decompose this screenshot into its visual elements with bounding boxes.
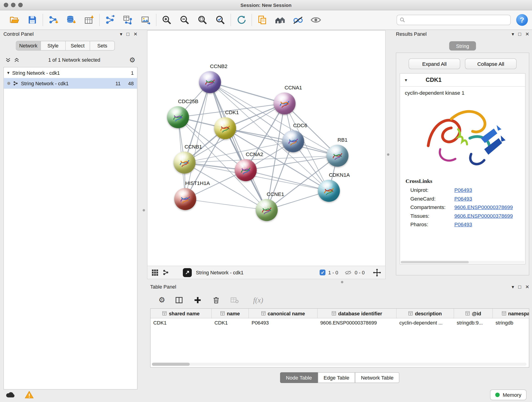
crosslink-value-link[interactable]: P06493: [454, 196, 472, 202]
show-columns-icon[interactable]: [174, 295, 184, 305]
network-node-hist1h1a[interactable]: [174, 188, 196, 210]
control-panel-title: Control Panel: [3, 32, 34, 37]
column-header-database-identifier[interactable]: database identifier: [317, 309, 397, 318]
crosslink-value-link[interactable]: P06493: [454, 187, 472, 193]
network-collection-row[interactable]: ▾ String Network - cdk1 1: [4, 67, 137, 78]
network-overview-icon[interactable]: [163, 269, 169, 276]
network-node-ccna2[interactable]: [235, 159, 257, 181]
table-cell: 9606.ENSP00000378699: [317, 318, 397, 328]
table-settings-gear-icon[interactable]: ⚙: [158, 296, 165, 305]
tab-edge-table[interactable]: Edge Table: [318, 372, 355, 383]
import-network-file-icon[interactable]: [47, 14, 60, 26]
expand-all-icon[interactable]: [6, 57, 11, 63]
column-header-description[interactable]: description: [397, 309, 454, 318]
crosslink-value-link[interactable]: 9606.ENSP00000378699: [454, 213, 513, 219]
zoom-fit-icon[interactable]: [196, 14, 209, 26]
tab-string[interactable]: String: [449, 41, 476, 51]
tab-sets[interactable]: Sets: [90, 41, 114, 50]
column-header-name[interactable]: name: [212, 309, 249, 318]
network-view: CCNB2CCNA1CDC25BCDK1CDC6RB1CCNB1CCNA2CDK…: [147, 30, 386, 279]
maximize-icon[interactable]: □: [127, 32, 129, 37]
zoom-out-icon[interactable]: [178, 14, 191, 26]
help-button[interactable]: ?: [516, 14, 528, 26]
detach-view-icon[interactable]: [183, 268, 192, 277]
network-node-ccne1[interactable]: [256, 199, 278, 221]
network-node-cdc25b[interactable]: [167, 106, 189, 128]
network-row[interactable]: String Network - cdk1 11 48: [4, 78, 137, 89]
expand-all-button[interactable]: Expand All: [409, 58, 460, 69]
import-network-database-icon[interactable]: [65, 14, 77, 26]
open-session-icon[interactable]: [8, 14, 21, 26]
tab-style[interactable]: Style: [41, 41, 65, 50]
zoom-in-icon[interactable]: [161, 14, 173, 26]
network-canvas[interactable]: CCNB2CCNA1CDC25BCDK1CDC6RB1CCNB1CCNA2CDK…: [147, 31, 385, 266]
network-node-cdkn1a[interactable]: [318, 180, 340, 202]
table-row[interactable]: CDK1CDK1P064939606.ENSP00000378699cyclin…: [151, 318, 529, 328]
table-horizontal-scrollbar[interactable]: [152, 363, 526, 366]
crosslink-value-link[interactable]: 9606.ENSP00000378699: [454, 204, 513, 210]
column-header--id[interactable]: @id: [454, 309, 493, 318]
zoom-window-button[interactable]: [18, 3, 23, 7]
selected-checkbox-icon[interactable]: [320, 269, 326, 275]
minimize-window-button[interactable]: [11, 3, 16, 7]
collapse-all-button[interactable]: Collapse All: [465, 58, 517, 69]
maximize-icon[interactable]: □: [518, 284, 521, 289]
copy-document-icon[interactable]: [256, 14, 268, 26]
column-header-namespace[interactable]: namespace: [493, 309, 529, 318]
gear-icon[interactable]: ⚙: [129, 56, 135, 64]
chevron-down-icon[interactable]: ▾: [7, 70, 10, 75]
add-column-icon[interactable]: [193, 295, 202, 305]
crosslink-value-link[interactable]: P06493: [454, 221, 472, 227]
results-scrollbar[interactable]: [401, 261, 525, 264]
column-header-canonical-name[interactable]: canonical name: [249, 309, 317, 318]
network-node-ccnb2[interactable]: [199, 71, 221, 93]
function-builder-icon[interactable]: f(x): [253, 296, 263, 305]
refresh-layout-icon[interactable]: [235, 14, 247, 26]
memory-button[interactable]: Memory: [490, 389, 526, 400]
cloud-icon[interactable]: [6, 391, 16, 399]
panel-menu-icon[interactable]: ▾: [512, 284, 514, 289]
home-networks-icon[interactable]: [274, 14, 286, 26]
zoom-selected-icon[interactable]: [214, 14, 227, 26]
network-view-title: String Network - cdk1: [196, 270, 244, 275]
network-node-rb1[interactable]: [326, 145, 348, 167]
column-header-shared-name[interactable]: shared name: [151, 309, 212, 318]
tab-node-table[interactable]: Node Table: [280, 372, 317, 383]
hide-glasses-icon[interactable]: [292, 14, 304, 26]
close-icon[interactable]: ✕: [525, 32, 529, 37]
right-splitter-handle[interactable]: [387, 153, 389, 156]
maximize-icon[interactable]: □: [518, 32, 521, 37]
delete-column-icon[interactable]: [211, 295, 221, 305]
left-splitter-handle[interactable]: [143, 209, 145, 211]
birds-eye-view-icon[interactable]: [152, 269, 158, 276]
warning-icon[interactable]: [25, 390, 34, 399]
pan-crosshair-icon[interactable]: [373, 268, 381, 277]
close-icon[interactable]: ✕: [133, 32, 138, 37]
tab-network[interactable]: Network: [16, 41, 41, 50]
show-eye-icon[interactable]: [310, 14, 322, 26]
chevron-down-icon[interactable]: ▾: [405, 77, 407, 83]
panel-menu-icon[interactable]: ▾: [512, 32, 514, 37]
tab-select[interactable]: Select: [65, 41, 90, 50]
hidden-eye-icon[interactable]: [344, 269, 352, 275]
close-window-button[interactable]: [4, 3, 8, 7]
network-node-ccna1[interactable]: [273, 93, 296, 115]
crosslink-row: Uniprot:P06493: [400, 186, 525, 194]
search-input[interactable]: [407, 17, 508, 23]
node-label: CDC6: [293, 122, 307, 128]
tab-network-table[interactable]: Network Table: [355, 372, 399, 383]
import-table-icon[interactable]: [83, 14, 95, 26]
save-session-icon[interactable]: [26, 14, 38, 26]
network-node-cdk1[interactable]: [214, 117, 236, 139]
network-node-cdc6[interactable]: [282, 130, 304, 153]
network-view-toolbar: String Network - cdk1 1 - 0 0 - 0: [147, 266, 385, 279]
panel-menu-icon[interactable]: ▾: [120, 32, 122, 37]
close-icon[interactable]: ✕: [525, 284, 529, 289]
export-image-icon[interactable]: [139, 14, 152, 26]
collapse-all-icon[interactable]: [14, 57, 19, 63]
network-from-table-icon[interactable]: [122, 14, 134, 26]
node-label: CDKN1A: [329, 172, 350, 178]
new-network-icon[interactable]: [104, 14, 116, 26]
network-node-ccnb1[interactable]: [174, 152, 196, 174]
delete-table-icon[interactable]: [230, 295, 239, 305]
